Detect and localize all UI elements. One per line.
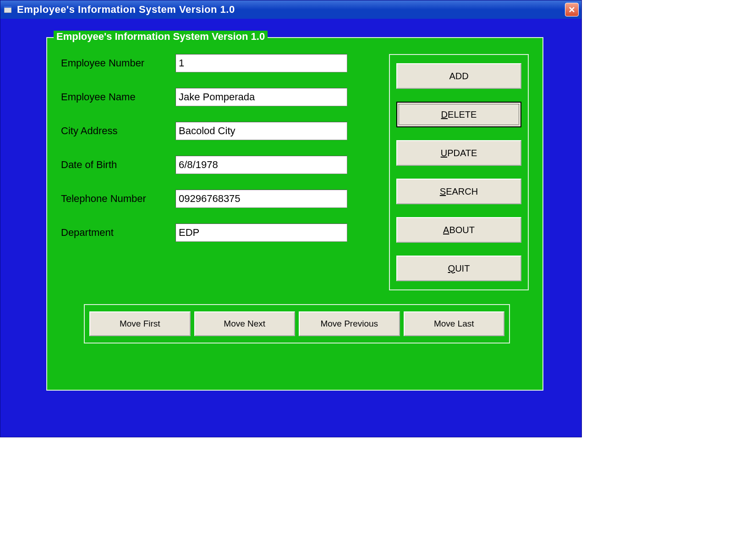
form-area: Employee Number Employee Name City Addre… [61,54,529,290]
row-department: Department [61,223,375,242]
move-first-label: Move First [120,319,160,329]
delete-button[interactable]: DELETE [396,102,521,127]
search-button[interactable]: SEARCH [396,179,521,204]
label-city-address: City Address [61,125,175,137]
groupbox-legend: Employee's Information System Version 1.… [54,31,268,43]
close-icon [569,6,575,13]
main-groupbox: Employee's Information System Version 1.… [46,37,543,391]
input-employee-number[interactable] [175,54,347,72]
label-employee-number: Employee Number [61,57,175,69]
search-button-label: SEARCH [440,186,478,197]
row-employee-name: Employee Name [61,88,375,106]
fields-column: Employee Number Employee Name City Addre… [61,54,375,290]
update-button[interactable]: UPDATE [396,140,521,166]
client-area: Employee's Information System Version 1.… [0,19,581,409]
move-previous-label: Move Previous [320,319,378,329]
titlebar: Employee's Information System Version 1.… [0,0,581,19]
app-icon [3,5,12,14]
move-next-label: Move Next [224,319,265,329]
action-panel: ADD DELETE UPDATE SEARCH ABOUT [389,54,529,290]
input-department[interactable] [175,223,347,242]
update-button-label: UPDATE [441,148,477,158]
delete-button-label: DELETE [441,109,477,120]
quit-button-label: QUIT [448,263,470,274]
navigation-panel: Move First Move Next Move Previous Move … [84,304,510,343]
add-button-label: ADD [449,71,468,82]
move-last-button[interactable]: Move Last [404,311,505,336]
about-button[interactable]: ABOUT [396,217,521,243]
move-previous-button[interactable]: Move Previous [299,311,400,336]
row-telephone-number: Telephone Number [61,190,375,208]
move-first-button[interactable]: Move First [89,311,191,336]
input-telephone-number[interactable] [175,190,347,208]
input-employee-name[interactable] [175,88,347,106]
move-last-label: Move Last [434,319,474,329]
close-button[interactable] [565,3,579,16]
svg-rect-1 [4,6,11,8]
input-date-of-birth[interactable] [175,156,347,174]
quit-button[interactable]: QUIT [396,256,521,281]
input-city-address[interactable] [175,122,347,140]
label-telephone-number: Telephone Number [61,193,175,205]
row-employee-number: Employee Number [61,54,375,72]
row-city-address: City Address [61,122,375,140]
window-title: Employee's Information System Version 1.… [17,4,565,16]
label-department: Department [61,227,175,239]
add-button[interactable]: ADD [396,63,521,89]
label-date-of-birth: Date of Birth [61,159,175,171]
about-button-label: ABOUT [443,225,475,235]
move-next-button[interactable]: Move Next [194,311,296,336]
label-employee-name: Employee Name [61,91,175,103]
app-window: Employee's Information System Version 1.… [0,0,582,437]
row-date-of-birth: Date of Birth [61,156,375,174]
